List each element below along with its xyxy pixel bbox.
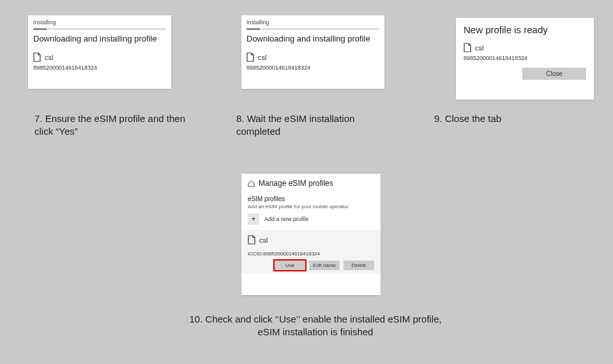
edit-name-button[interactable]: Edit name <box>309 261 340 270</box>
iccid-text: 89852000014618418324 <box>464 55 586 61</box>
carrier-row: csl <box>248 235 374 245</box>
caption-step7: 7. Ensure the eSIM profile and then clic… <box>34 112 188 139</box>
progress-bar <box>246 28 379 30</box>
installing-panel-step7: Installing Downloading and installing pr… <box>28 15 171 89</box>
caption-step9: 9. Close the tab <box>434 112 562 125</box>
use-button[interactable]: Use <box>275 261 305 270</box>
manage-panel-step10: Manage eSIM profiles eSIM profiles Add a… <box>241 174 381 295</box>
iccid-text: 89852000014618418324 <box>246 64 379 71</box>
installing-panel-step8: Installing Downloading and installing pr… <box>241 15 384 89</box>
progress-bar <box>33 28 166 30</box>
carrier-name: csl <box>45 54 53 61</box>
carrier-row: csl <box>246 52 379 62</box>
profile-button-row: Use Edit name Delete <box>248 261 374 270</box>
carrier-name: csl <box>258 54 266 61</box>
manage-header: Manage eSIM profiles <box>241 179 381 192</box>
ready-headline: New profile is ready <box>464 24 586 35</box>
caption-step10: 10. Check and click ‘‘Use’’ enable the i… <box>181 313 450 339</box>
sim-icon <box>248 235 255 245</box>
caption-step8: 8. Wait the eSIM installation completed <box>236 112 390 139</box>
manage-hint: Add an eSIM profile for your mobile oper… <box>241 202 381 213</box>
delete-button[interactable]: Delete <box>344 261 374 270</box>
carrier-name: csl <box>475 44 483 52</box>
sim-icon <box>246 52 254 62</box>
add-profile-row[interactable]: + Add a new profile <box>241 213 381 230</box>
iccid-text: 89852000014618418324 <box>33 64 166 71</box>
installing-headline: Downloading and installing profile <box>246 34 379 43</box>
installing-headline: Downloading and installing profile <box>33 34 166 43</box>
carrier-name: csl <box>259 236 268 244</box>
sim-icon <box>33 52 41 62</box>
sim-icon <box>464 43 471 52</box>
plus-icon[interactable]: + <box>248 213 259 225</box>
add-profile-label: Add a new profile <box>264 216 309 222</box>
close-button[interactable]: Close <box>522 68 586 80</box>
profile-entry: csl ICCID:89852000014618418324 Use Edit … <box>241 230 381 274</box>
installing-small-title: Installing <box>33 19 166 26</box>
iccid-line: ICCID:89852000014618418324 <box>248 251 374 257</box>
carrier-row: csl <box>464 43 586 52</box>
ready-panel-step9: New profile is ready csl 898520000146184… <box>456 18 594 100</box>
installing-small-title: Installing <box>246 19 379 26</box>
home-icon <box>248 180 255 187</box>
carrier-row: csl <box>33 52 166 62</box>
manage-title: Manage eSIM profiles <box>259 179 333 188</box>
manage-section-title: eSIM profiles <box>241 192 381 202</box>
